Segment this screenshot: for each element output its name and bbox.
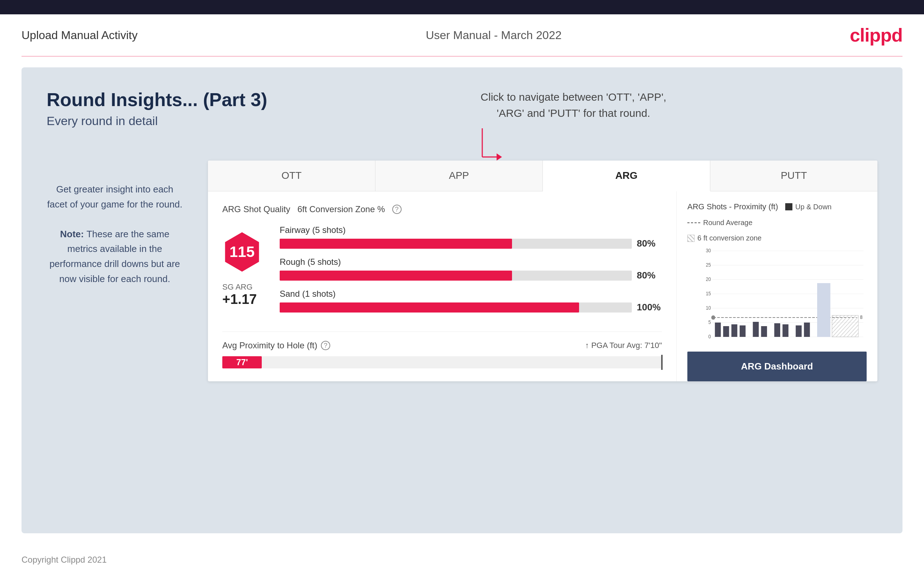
hex-sg-panel: 115 SG ARG +1.17 xyxy=(222,225,262,307)
svg-rect-30 xyxy=(804,322,810,337)
arg-dashboard-label: ARG Dashboard xyxy=(741,361,813,372)
legend-6ft-label: 6 ft conversion zone xyxy=(698,234,762,242)
left-panel-text: Get greater insight into each facet of y… xyxy=(47,184,182,210)
left-description-panel: Get greater insight into each facet of y… xyxy=(47,182,183,286)
proximity-value: 77' xyxy=(236,357,248,367)
svg-rect-23 xyxy=(732,324,738,337)
main-content: Round Insights... (Part 3) Every round i… xyxy=(21,68,903,533)
arg-section-header: ARG Shot Quality 6ft Conversion Zone % ? xyxy=(222,204,662,214)
shot-bars-panel: Fairway (5 shots) 80% Rough (5 shots) xyxy=(279,225,662,321)
hex-badge: 115 xyxy=(222,232,262,272)
header: Upload Manual Activity User Manual - Mar… xyxy=(0,15,924,56)
chart-area: 30 25 20 15 10 5 0 xyxy=(687,247,867,348)
page-subtitle: Every round in detail xyxy=(47,114,877,128)
proximity-help-icon[interactable]: ? xyxy=(321,341,330,350)
svg-rect-27 xyxy=(774,323,780,337)
legend-square-icon xyxy=(785,203,792,210)
help-icon[interactable]: ? xyxy=(392,205,402,214)
nav-hint-text: Click to navigate between 'OTT', 'APP','… xyxy=(480,91,666,119)
tabs-row: OTT APP ARG PUTT xyxy=(208,161,877,191)
svg-marker-2 xyxy=(497,153,502,161)
logo: clippd xyxy=(850,24,903,46)
sg-arg-label: SG ARG xyxy=(222,282,262,292)
arg-shot-quality-label: ARG Shot Quality xyxy=(222,204,290,214)
sand-label: Sand (1 shots) xyxy=(279,289,662,299)
sg-arg-value: +1.17 xyxy=(222,292,262,307)
dash-right: ARG Shots - Proximity (ft) Up & Down Rou… xyxy=(677,191,877,381)
page-title: Round Insights... (Part 3) xyxy=(47,89,877,110)
fairway-bar-fill xyxy=(279,239,512,249)
tab-putt[interactable]: PUTT xyxy=(710,161,877,191)
svg-text:25: 25 xyxy=(706,262,711,268)
rough-label: Rough (5 shots) xyxy=(279,257,662,267)
fairway-percent: 80% xyxy=(637,238,662,249)
proximity-title: Avg Proximity to Hole (ft) ? xyxy=(222,340,330,350)
arg-dashboard-button[interactable]: ARG Dashboard xyxy=(687,351,867,381)
rough-bar-fill xyxy=(279,271,512,280)
legend-up-down: Up & Down xyxy=(785,203,832,211)
svg-rect-24 xyxy=(740,326,746,337)
svg-text:30: 30 xyxy=(706,248,711,254)
svg-rect-21 xyxy=(715,322,721,337)
proximity-header: Avg Proximity to Hole (ft) ? ↑ PGA Tour … xyxy=(222,340,662,350)
svg-rect-28 xyxy=(782,324,788,337)
tab-ott[interactable]: OTT xyxy=(208,161,375,191)
arg-chart: 30 25 20 15 10 5 0 xyxy=(702,247,867,340)
upload-label: Upload Manual Activity xyxy=(21,29,138,42)
svg-point-18 xyxy=(711,315,715,320)
dashboard-card: OTT APP ARG PUTT ARG Shot Quality 6ft Co… xyxy=(208,161,877,381)
fairway-bar-track xyxy=(279,239,632,249)
svg-rect-32 xyxy=(832,315,858,337)
shot-row-rough: Rough (5 shots) 80% xyxy=(279,257,662,281)
svg-text:10: 10 xyxy=(706,305,711,311)
chart-title: ARG Shots - Proximity (ft) xyxy=(687,202,778,211)
svg-text:8: 8 xyxy=(860,315,863,321)
proximity-bar-track: 77' xyxy=(222,356,662,368)
fairway-bar-container: 80% xyxy=(279,238,662,249)
proximity-section: Avg Proximity to Hole (ft) ? ↑ PGA Tour … xyxy=(222,332,662,368)
rough-bar-container: 80% xyxy=(279,270,662,281)
fairway-label: Fairway (5 shots) xyxy=(279,225,662,235)
footer-text: Copyright Clippd 2021 xyxy=(21,555,107,564)
pga-label: ↑ PGA Tour Avg: 7'10" xyxy=(585,341,662,350)
legend-round-avg-label: Round Average xyxy=(703,219,753,227)
rough-bar-track xyxy=(279,271,632,280)
svg-rect-29 xyxy=(796,326,802,337)
chart-header: ARG Shots - Proximity (ft) Up & Down Rou… xyxy=(687,202,867,227)
dash-left: ARG Shot Quality 6ft Conversion Zone % ?… xyxy=(208,191,677,381)
svg-text:15: 15 xyxy=(706,291,711,297)
tab-app[interactable]: APP xyxy=(375,161,543,191)
tab-arg[interactable]: ARG xyxy=(543,161,710,191)
footer: Copyright Clippd 2021 xyxy=(0,544,924,575)
dashboard-body: ARG Shot Quality 6ft Conversion Zone % ?… xyxy=(208,191,877,381)
top-bar xyxy=(0,0,924,15)
svg-text:20: 20 xyxy=(706,277,711,282)
sg-info: SG ARG +1.17 xyxy=(222,282,262,307)
svg-rect-25 xyxy=(753,322,759,337)
note-label: Note: xyxy=(60,229,87,239)
rough-percent: 80% xyxy=(637,270,662,281)
conversion-zone-label: 6ft Conversion Zone % xyxy=(297,204,385,214)
svg-rect-22 xyxy=(723,326,729,337)
legend-up-down-label: Up & Down xyxy=(795,203,832,211)
legend-hatch-icon xyxy=(687,235,695,242)
hexagon-badge: 115 xyxy=(222,232,262,272)
header-divider xyxy=(21,56,903,56)
legend-round-avg: Round Average xyxy=(687,219,753,227)
sand-bar-track xyxy=(279,303,632,313)
shot-row-sand: Sand (1 shots) 100% xyxy=(279,289,662,313)
header-center-title: User Manual - March 2022 xyxy=(426,29,562,42)
svg-text:5: 5 xyxy=(709,320,711,326)
sand-percent: 100% xyxy=(637,302,662,313)
svg-text:0: 0 xyxy=(709,334,711,340)
legend-dash-icon xyxy=(687,222,700,223)
legend-6ft: 6 ft conversion zone xyxy=(687,234,867,242)
shot-row-fairway: Fairway (5 shots) 80% xyxy=(279,225,662,249)
proximity-cursor xyxy=(661,355,662,370)
sand-bar-fill xyxy=(279,303,579,313)
sand-bar-container: 100% xyxy=(279,302,662,313)
svg-rect-31 xyxy=(817,283,830,337)
svg-rect-26 xyxy=(761,326,767,337)
nav-hint: Click to navigate between 'OTT', 'APP','… xyxy=(480,89,666,121)
proximity-title-text: Avg Proximity to Hole (ft) xyxy=(222,340,317,350)
